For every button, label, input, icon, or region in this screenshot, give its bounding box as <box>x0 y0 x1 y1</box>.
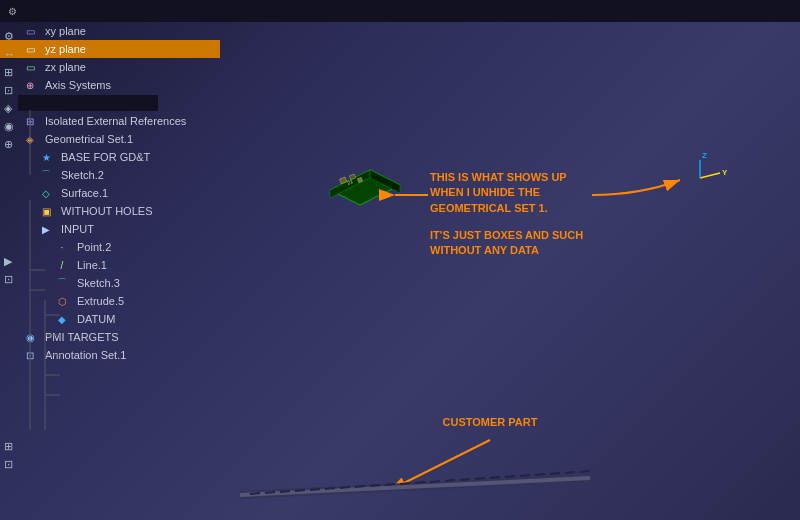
annotation-label-1: THIS IS WHAT SHOWS UP WHEN I UNHIDE THE … <box>430 170 585 216</box>
tree-item-without-holes[interactable]: ▣WITHOUT HOLES <box>0 202 220 220</box>
tree-label-sketch3: Sketch.3 <box>77 277 120 289</box>
tree-item-sketch3[interactable]: ⌒Sketch.3 <box>0 274 220 292</box>
annotation-label-3: CUSTOMER PART <box>420 415 560 430</box>
tree-label-extrude5: Extrude.5 <box>77 295 124 307</box>
tree-item-zx-plane[interactable]: ▭zx plane <box>0 58 220 76</box>
tree-label-sketch2: Sketch.2 <box>61 169 104 181</box>
tree-item-yz-plane[interactable]: ▭yz plane <box>0 40 220 58</box>
tree-label-axis-systems: Axis Systems <box>45 79 111 91</box>
tree-icon-annotation-set1: ⊡ <box>22 348 38 362</box>
tree-label-isolated-external: Isolated External References <box>45 115 186 127</box>
tree-item-datum[interactable]: ◆DATUM <box>0 310 220 328</box>
annotation-label-2: IT'S JUST BOXES AND SUCH WITHOUT ANY DAT… <box>430 228 590 259</box>
tree-icon-pmi-targets: ◉ <box>22 330 38 344</box>
tree-item-input[interactable]: ▶INPUT <box>0 220 220 238</box>
tree-icon-axis-systems: ⊕ <box>22 78 38 92</box>
tree-icon-input: ▶ <box>38 222 54 236</box>
tree-label-yz-plane: yz plane <box>45 43 86 55</box>
tree-icon-surface1: ◇ <box>38 186 54 200</box>
tree-item-annotation-set1[interactable]: ⊡Annotation Set.1 <box>0 346 220 364</box>
tree-item-base-for-gdt[interactable]: ★BASE FOR GD&T <box>0 148 220 166</box>
tree-icon-point2: · <box>54 240 70 254</box>
tree-icon-line1: / <box>54 258 70 272</box>
tree-item-extrude5[interactable]: ⬡Extrude.5 <box>0 292 220 310</box>
tree-label-surface1: Surface.1 <box>61 187 108 199</box>
tree-icon-datum: ◆ <box>54 312 70 326</box>
tree-icon-extrude5: ⬡ <box>54 294 70 308</box>
tree-sidebar: ▭xy plane▭yz plane▭zx plane⊕Axis Systems… <box>0 22 220 520</box>
tree-item-point2[interactable]: ·Point.2 <box>0 238 220 256</box>
tree-item-geometrical-set1[interactable]: ◈Geometrical Set.1 <box>0 130 220 148</box>
toolbar-icon-1: ⚙ <box>4 3 20 19</box>
tree-item-pmi-targets[interactable]: ◉PMI TARGETS <box>0 328 220 346</box>
tree-icon-without-holes: ▣ <box>38 204 54 218</box>
tree-label-geometrical-set1: Geometrical Set.1 <box>45 133 133 145</box>
tree-label-datum: DATUM <box>77 313 115 325</box>
tree-label-pmi-targets: PMI TARGETS <box>45 331 119 343</box>
top-toolbar: ⚙ <box>0 0 800 22</box>
tree-item-xy-plane[interactable]: ▭xy plane <box>0 22 220 40</box>
tree-label-line1: Line.1 <box>77 259 107 271</box>
tree-label-point2: Point.2 <box>77 241 111 253</box>
tree-icon-zx-plane: ▭ <box>22 60 38 74</box>
tree-icon-geometrical-set1: ◈ <box>22 132 38 146</box>
tree-icon-yz-plane: ▭ <box>22 42 38 56</box>
tree-item-line1[interactable]: /Line.1 <box>0 256 220 274</box>
tree-item-sketch2[interactable]: ⌒Sketch.2 <box>0 166 220 184</box>
tree-label-base-for-gdt: BASE FOR GD&T <box>61 151 150 163</box>
tree-highlight-box <box>18 95 158 111</box>
tree-item-surface1[interactable]: ◇Surface.1 <box>0 184 220 202</box>
tree-icon-sketch2: ⌒ <box>38 168 54 182</box>
tree-icon-xy-plane: ▭ <box>22 24 38 38</box>
tree-label-annotation-set1: Annotation Set.1 <box>45 349 126 361</box>
tree-label-zx-plane: zx plane <box>45 61 86 73</box>
tree-item-axis-systems[interactable]: ⊕Axis Systems <box>0 76 220 94</box>
tree-label-input: INPUT <box>61 223 94 235</box>
tree-item-isolated-external[interactable]: ⊞Isolated External References <box>0 112 220 130</box>
tree-icon-isolated-external: ⊞ <box>22 114 38 128</box>
tree-icon-sketch3: ⌒ <box>54 276 70 290</box>
tree-label-without-holes: WITHOUT HOLES <box>61 205 152 217</box>
tree-label-xy-plane: xy plane <box>45 25 86 37</box>
tree-icon-base-for-gdt: ★ <box>38 150 54 164</box>
